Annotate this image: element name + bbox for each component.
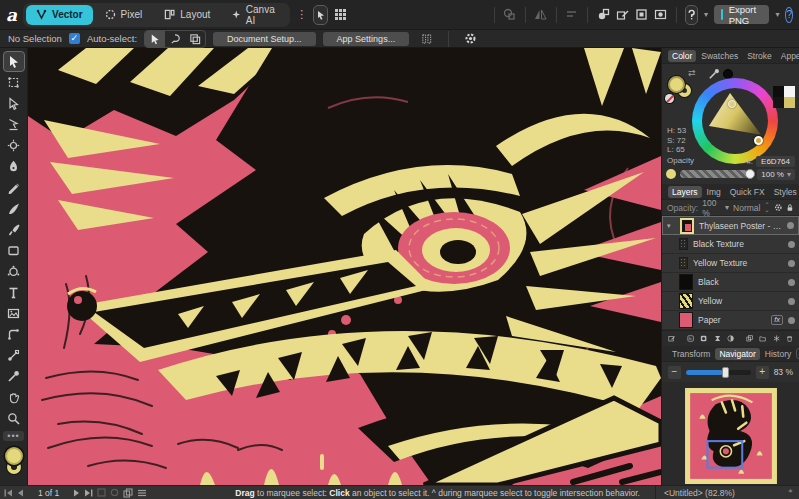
view-hand-tool[interactable] (3, 387, 25, 408)
corner-tool[interactable] (3, 324, 25, 345)
fill-gradient-tool[interactable] (3, 345, 25, 366)
chevron-down-icon[interactable]: ▾ (725, 203, 729, 212)
no-color-chip[interactable] (665, 94, 674, 103)
persona-canva-ai[interactable]: Canva AI (222, 5, 287, 25)
tab-styles[interactable]: Styles (770, 186, 799, 198)
panel-fill-swatch[interactable] (668, 76, 685, 93)
visibility-toggle[interactable] (788, 298, 795, 305)
new-layer-folder-icon[interactable] (759, 333, 766, 344)
swap-colors-icon[interactable]: ⇄ (688, 68, 696, 78)
edit-all-layers-icon[interactable] (668, 333, 675, 344)
fx-icon[interactable]: fx (687, 333, 694, 344)
lock-icon[interactable] (786, 202, 794, 213)
help-button[interactable]: ? (785, 7, 793, 23)
layers-opacity-value[interactable]: 100 % (702, 198, 721, 218)
select-layer-mode-button[interactable] (185, 31, 205, 47)
hand-snap-menu-button[interactable] (685, 5, 698, 25)
blend-mode-select[interactable]: Normal (733, 203, 760, 213)
tab-swatches[interactable]: Swatches (697, 50, 742, 62)
visibility-toggle[interactable] (788, 317, 795, 324)
boolean-combine-button[interactable] (470, 5, 485, 25)
tab-stroke[interactable]: Stroke (743, 50, 776, 62)
autoselect-checkbox[interactable]: ✓ (69, 33, 80, 44)
snapping-button[interactable] (597, 5, 610, 25)
move-tool[interactable] (3, 51, 25, 72)
zoom-in-button[interactable]: + (756, 366, 769, 379)
eyedropper-icon[interactable] (708, 68, 720, 80)
duplicate-layer-icon[interactable] (746, 333, 753, 344)
boolean-subtract-button[interactable] (407, 5, 422, 25)
shape-tool[interactable] (3, 261, 25, 282)
white-chip[interactable] (784, 86, 795, 97)
mask-mode-button[interactable] (654, 5, 667, 25)
dark-chip[interactable] (773, 97, 784, 108)
boolean-intersect-button[interactable] (428, 5, 443, 25)
zoom-percent-value[interactable]: 83 % (774, 367, 793, 377)
layer-row[interactable]: Black (662, 273, 799, 292)
preview-icon[interactable] (110, 488, 119, 497)
tab-transform[interactable]: Transform (668, 348, 714, 360)
contour-tool[interactable] (3, 114, 25, 135)
pen-tool[interactable] (3, 156, 25, 177)
mask-icon[interactable] (700, 333, 707, 344)
layer-row[interactable]: Yellow Texture (662, 254, 799, 273)
layer-row[interactable]: Yellow (662, 292, 799, 311)
slice-export-icon[interactable] (97, 488, 106, 497)
opacity-value-field[interactable]: 100 %▾ (757, 169, 795, 180)
alignment-button[interactable] (565, 5, 578, 25)
current-color-chip[interactable] (784, 97, 795, 108)
layer-fx-badge[interactable]: fx (771, 315, 783, 325)
opacity-knob[interactable] (745, 169, 755, 179)
persona-vector[interactable]: Vector (26, 5, 93, 25)
persona-layout[interactable]: Layout (154, 5, 220, 25)
expand-chevron-icon[interactable]: ▾ (667, 222, 675, 230)
next-page-button[interactable] (73, 489, 80, 497)
layer-row-group[interactable]: ▾ Thylaseen Poster - Will Sch... (662, 216, 799, 235)
tab-color[interactable]: Color (668, 50, 696, 62)
visibility-toggle[interactable] (788, 279, 795, 286)
navigator-preview[interactable] (662, 382, 799, 485)
export-png-button[interactable]: Export PNG (714, 5, 769, 24)
vector-brush-tool[interactable] (3, 198, 25, 219)
tab-navigator[interactable]: Navigator (715, 348, 759, 360)
opacity-slider[interactable] (680, 170, 753, 178)
color-wheel[interactable] (692, 78, 778, 164)
first-page-button[interactable] (4, 489, 13, 497)
node-tool[interactable] (3, 93, 25, 114)
boolean-add-button[interactable] (386, 5, 401, 25)
document-canvas[interactable] (28, 48, 661, 485)
tab-history[interactable]: History (761, 348, 795, 360)
export-menu-caret-icon[interactable]: ▾ (775, 10, 779, 19)
tab-layers[interactable]: Layers (668, 186, 702, 198)
hook-menu-caret-icon[interactable]: ▾ (704, 10, 708, 19)
delete-trash-icon[interactable] (786, 333, 793, 344)
visibility-toggle[interactable] (787, 222, 794, 229)
insert-target-button[interactable] (313, 5, 328, 25)
tab-appearance[interactable]: Appearance (777, 50, 799, 62)
app-settings-button[interactable]: App Settings... (323, 32, 410, 46)
document-setup-button[interactable]: Document Setup... (213, 32, 316, 46)
triangle-handle[interactable] (728, 100, 736, 108)
layer-row[interactable]: Black Texture (662, 235, 799, 254)
assets-grid-button[interactable] (334, 5, 347, 25)
blend-options-icon[interactable] (773, 333, 780, 344)
transform-origin-button[interactable] (616, 5, 629, 25)
tab-quick-fx[interactable]: Quick FX (726, 186, 769, 198)
zoom-slider[interactable] (686, 370, 751, 375)
duplicate-page-icon[interactable] (123, 488, 133, 498)
zoom-slider-knob[interactable] (722, 367, 729, 378)
zoom-tool[interactable] (3, 408, 25, 429)
black-chip[interactable] (773, 86, 784, 97)
layer-settings-gear-icon[interactable] (774, 202, 783, 213)
hex-value-field[interactable]: E6D764 (756, 156, 795, 167)
previous-page-button[interactable] (17, 489, 24, 497)
hue-handle[interactable] (754, 136, 763, 145)
place-image-tool[interactable] (3, 303, 25, 324)
blend-stepper[interactable]: ⌃⌄ (765, 203, 770, 213)
last-page-button[interactable] (84, 489, 93, 497)
flip-button[interactable] (534, 5, 547, 25)
text-tool[interactable] (3, 282, 25, 303)
geometry-options-button[interactable] (503, 5, 516, 25)
zoom-out-button[interactable]: − (668, 366, 681, 379)
boolean-divide-button[interactable] (449, 5, 464, 25)
